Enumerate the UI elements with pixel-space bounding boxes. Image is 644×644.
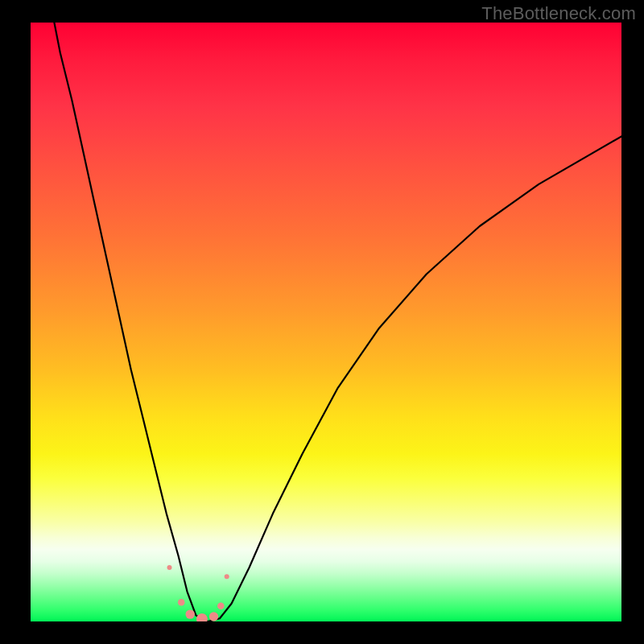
curve-marker	[178, 599, 185, 606]
plot-area	[31, 23, 621, 621]
curve-marker	[186, 609, 195, 618]
curve-marker	[167, 565, 172, 570]
curve-marker	[209, 612, 218, 621]
curve-markers	[167, 565, 229, 621]
chart-frame: TheBottleneck.com	[0, 0, 644, 644]
watermark-label: TheBottleneck.com	[481, 3, 636, 24]
curve-layer	[31, 23, 621, 621]
bottleneck-curve	[54, 23, 621, 621]
curve-marker	[196, 613, 208, 621]
curve-marker	[217, 602, 225, 609]
curve-marker	[225, 574, 229, 579]
